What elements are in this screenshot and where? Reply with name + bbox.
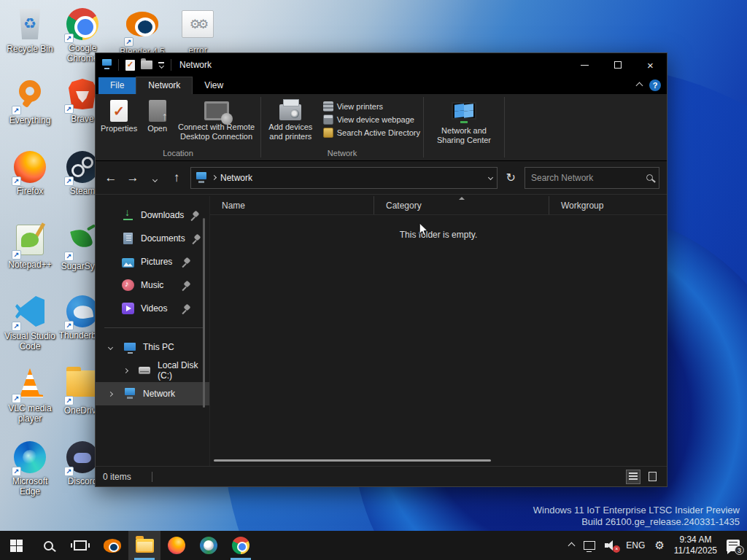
desktop-icon-blender[interactable]: Blender 4.5 [117,7,168,58]
large-icons-view-button[interactable] [645,470,659,484]
tab-network[interactable]: Network [136,77,193,94]
forward-icon[interactable]: → [125,171,141,185]
sidebar-item-network[interactable]: Network [96,382,209,405]
title-bar[interactable]: Network × [96,53,667,77]
active-directory-icon [323,128,333,138]
search-active-directory-button[interactable]: Search Active Directory [320,126,423,139]
taskbar-chrome[interactable] [225,531,257,560]
desktop-icon-firefox[interactable]: Firefox [4,150,55,197]
qat-properties-icon[interactable] [125,60,135,71]
tab-view[interactable]: View [193,77,235,94]
desktop-icon-vlc[interactable]: VLC media player [4,366,55,424]
back-icon[interactable]: ← [103,171,119,185]
desktop-icon-notepad-plus-plus[interactable]: Notepad++ [4,223,55,271]
settings-gear-icon[interactable]: ⚙ [654,539,664,552]
network-app-icon [101,59,113,69]
taskbar-search-button[interactable] [32,531,64,560]
maximize-button[interactable] [601,53,634,77]
collapse-ribbon-icon[interactable] [636,82,643,89]
refresh-icon[interactable]: ↻ [503,171,519,184]
recent-locations-icon[interactable] [147,171,163,185]
language-indicator[interactable]: ENG [626,540,645,551]
properties-icon [110,100,128,122]
vlc-cone-icon [15,368,44,397]
shortcut-arrow-icon [12,250,21,260]
open-button[interactable]: Open [142,98,172,135]
taskbar-clock[interactable]: 9:34 AM 11/14/2025 [674,534,717,556]
up-icon[interactable]: ↑ [169,171,185,185]
empty-folder-message: This folder is empty. [210,230,667,240]
shortcut-arrow-icon [64,252,74,261]
sort-ascending-icon [459,197,465,200]
sidebar-item-local-disk-c[interactable]: Local Disk (C:) [96,359,209,382]
sidebar-item-downloads[interactable]: Downloads [96,203,209,227]
view-device-webpage-button[interactable]: View device webpage [320,113,423,126]
shortcut-arrow-icon [12,322,21,331]
qat-customize-icon[interactable] [158,62,164,68]
ribbon-group-label-network: Network [261,147,423,160]
downloads-icon [122,209,134,221]
minimize-button[interactable] [568,53,601,77]
connect-rdp-button[interactable]: Connect with Remote Desktop Connection [172,98,260,143]
mouse-cursor [419,222,428,237]
printer-icon [279,104,301,120]
taskbar-blender[interactable] [96,531,128,560]
taskbar-firefox[interactable] [160,531,193,560]
action-center-icon[interactable]: 3 [727,540,740,551]
hidden-icons-chevron[interactable] [568,542,576,549]
expand-chevron-icon[interactable] [103,346,117,349]
properties-button[interactable]: Properties [96,98,142,135]
address-bar[interactable]: Network [190,167,498,189]
shortcut-arrow-icon [64,467,74,476]
desktop-icon-vscode[interactable]: Visual Studio Code [4,295,55,352]
taskbar-globe-browser[interactable] [193,531,225,560]
address-dropdown-icon[interactable] [488,175,493,180]
search-box[interactable] [525,167,659,189]
divider [118,59,119,71]
taskbar-file-explorer[interactable] [128,531,160,560]
add-devices-button[interactable]: Add devices and printers [261,98,320,143]
network-sharing-center-button[interactable]: Network and Sharing Center [425,98,503,147]
sidebar-item-pictures[interactable]: Pictures [96,250,209,273]
clock-time: 9:34 AM [674,534,717,545]
tab-file[interactable]: File [98,77,136,94]
window-title: Network [179,60,212,70]
sidebar-item-this-pc[interactable]: This PC [96,335,209,359]
column-header-name[interactable]: Name [210,196,374,214]
sidebar-item-music[interactable]: Music [96,273,209,297]
blender-icon [126,12,158,36]
desktop-icon-edge[interactable]: Microsoft Edge [4,440,55,497]
close-button[interactable]: × [634,53,667,77]
network-breadcrumb-icon [196,172,208,184]
sidebar-scrollbar[interactable] [203,218,205,408]
qat-new-folder-icon[interactable] [141,61,152,69]
sidebar-item-documents[interactable]: Documents [96,227,209,250]
taskbar: × ENG ⚙ 9:34 AM 11/14/2025 3 [0,531,747,560]
help-icon[interactable]: ? [649,79,661,91]
search-input[interactable] [531,173,646,183]
network-tray-icon[interactable] [584,541,595,550]
pin-icon [190,211,199,219]
shortcut-arrow-icon [12,106,21,115]
breadcrumb-path[interactable]: Network [220,173,252,183]
desktop-icon-everything[interactable]: Everything [4,77,55,126]
search-icon[interactable] [646,174,653,181]
horizontal-scrollbar[interactable] [214,459,491,462]
expand-chevron-icon[interactable] [103,392,117,396]
details-view-button[interactable] [626,470,640,484]
desktop-icon-error[interactable]: error [172,7,223,56]
column-header-workgroup[interactable]: Workgroup [549,196,667,214]
task-view-button[interactable] [64,531,96,560]
shortcut-arrow-icon [12,394,21,403]
column-header-category[interactable]: Category [374,196,549,214]
divider [171,59,171,71]
desktop-wallpaper: Recycle Bin Google Chrome Blender 4.5 er… [0,0,747,560]
view-printers-button[interactable]: View printers [320,100,423,113]
volume-muted-icon[interactable]: × [605,540,616,551]
ribbon-group-label-location: Location [96,147,260,160]
start-button[interactable] [0,531,32,560]
watermark-line2: Build 26100.ge_release.240331-1435 [533,516,740,528]
sidebar-item-videos[interactable]: Videos [96,297,209,320]
desktop-icon-recycle-bin[interactable]: Recycle Bin [4,7,55,55]
expand-chevron-icon[interactable] [119,369,132,373]
